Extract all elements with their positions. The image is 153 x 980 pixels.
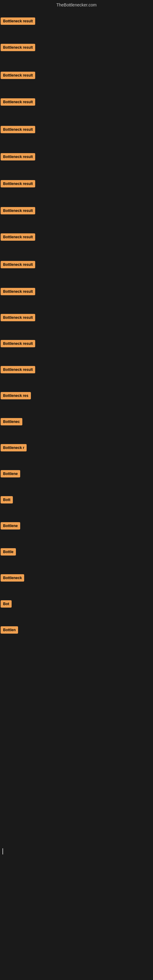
bottleneck-item-22[interactable]: Bottleneck: [1, 574, 24, 583]
bottleneck-item-17[interactable]: Bottleneck r: [1, 444, 27, 453]
bottleneck-badge[interactable]: Bottleneck: [1, 574, 24, 582]
bottleneck-badge[interactable]: Bottleneck result: [1, 233, 35, 241]
bottleneck-item-20[interactable]: Bottlene: [1, 522, 20, 531]
bottleneck-item-9[interactable]: Bottleneck result: [1, 233, 35, 242]
bottleneck-item-11[interactable]: Bottleneck result: [1, 288, 35, 296]
bottleneck-badge[interactable]: Bottleneck result: [1, 72, 35, 79]
bottleneck-item-21[interactable]: Bottle: [1, 548, 16, 557]
bottleneck-item-5[interactable]: Bottleneck result: [1, 126, 35, 134]
bottleneck-item-7[interactable]: Bottleneck result: [1, 180, 35, 189]
bottleneck-badge[interactable]: Bottleneck result: [1, 153, 35, 161]
bottleneck-badge[interactable]: Bottlen: [1, 626, 18, 634]
bottleneck-badge[interactable]: Bottleneck result: [1, 314, 35, 321]
bottleneck-badge[interactable]: Bottleneck res: [1, 392, 31, 399]
bottleneck-badge[interactable]: Bottleneck result: [1, 366, 35, 373]
bottleneck-item-1[interactable]: Bottleneck result: [1, 18, 35, 26]
bottleneck-badge[interactable]: Bot: [1, 600, 12, 608]
bottleneck-item-14[interactable]: Bottleneck result: [1, 366, 35, 375]
bottleneck-badge[interactable]: Bottleneck result: [1, 126, 35, 133]
bottleneck-item-13[interactable]: Bottleneck result: [1, 340, 35, 348]
bottleneck-badge[interactable]: Bottleneck result: [1, 261, 35, 268]
items-container: [0, 10, 153, 12]
bottleneck-item-16[interactable]: Bottlenec: [1, 418, 22, 426]
bottleneck-badge[interactable]: Bott: [1, 496, 13, 503]
bottleneck-badge[interactable]: Bottleneck result: [1, 98, 35, 106]
bottleneck-item-10[interactable]: Bottleneck result: [1, 261, 35, 269]
bottleneck-badge[interactable]: Bottle: [1, 548, 16, 555]
bottleneck-item-6[interactable]: Bottleneck result: [1, 153, 35, 162]
bottleneck-item-3[interactable]: Bottleneck result: [1, 72, 35, 80]
bottleneck-badge[interactable]: Bottleneck result: [1, 44, 35, 51]
bottleneck-item-8[interactable]: Bottleneck result: [1, 207, 35, 216]
bottleneck-badge[interactable]: Bottlene: [1, 470, 20, 477]
bottleneck-item-2[interactable]: Bottleneck result: [1, 44, 35, 52]
bottleneck-badge[interactable]: Bottleneck result: [1, 207, 35, 215]
bottleneck-badge[interactable]: Bottlene: [1, 522, 20, 530]
bottleneck-badge[interactable]: Bottleneck result: [1, 288, 35, 295]
bottleneck-badge[interactable]: Bottlenec: [1, 418, 22, 425]
cursor-indicator: [2, 848, 3, 854]
bottleneck-item-19[interactable]: Bott: [1, 496, 13, 505]
bottleneck-badge[interactable]: Bottleneck r: [1, 444, 27, 452]
bottleneck-item-18[interactable]: Bottlene: [1, 470, 20, 479]
bottleneck-item-24[interactable]: Bottlen: [1, 626, 18, 635]
bottleneck-item-4[interactable]: Bottleneck result: [1, 98, 35, 107]
bottleneck-badge[interactable]: Bottleneck result: [1, 340, 35, 347]
bottleneck-badge[interactable]: Bottleneck result: [1, 18, 35, 25]
site-title: TheBottlenecker.com: [0, 0, 153, 10]
bottleneck-item-12[interactable]: Bottleneck result: [1, 314, 35, 323]
bottleneck-item-15[interactable]: Bottleneck res: [1, 392, 31, 401]
page-container: TheBottlenecker.com Bottleneck resultBot…: [0, 0, 153, 980]
bottleneck-badge[interactable]: Bottleneck result: [1, 180, 35, 188]
bottleneck-item-23[interactable]: Bot: [1, 600, 12, 609]
